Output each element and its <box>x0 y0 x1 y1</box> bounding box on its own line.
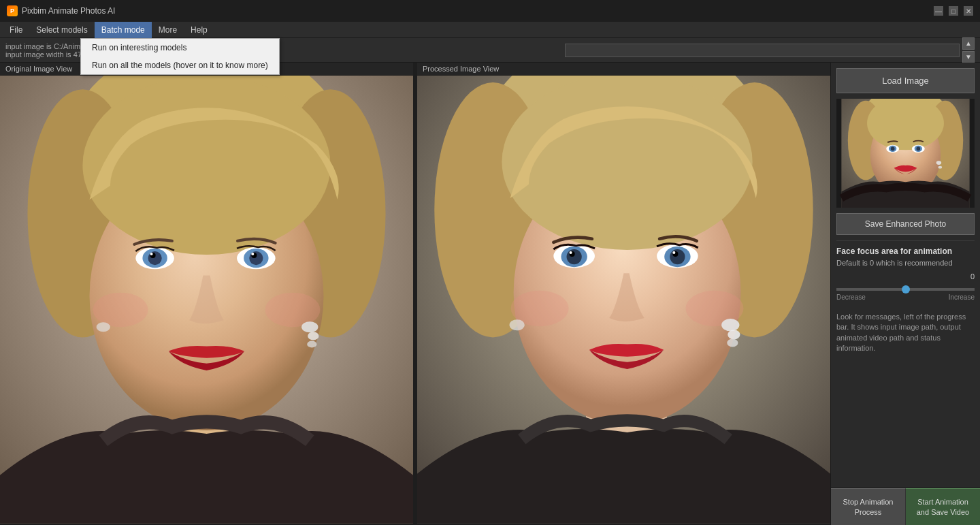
menu-item-help[interactable]: Help <box>184 22 214 38</box>
svg-point-11 <box>150 253 153 255</box>
scroll-down-button[interactable]: ▼ <box>962 51 975 63</box>
slider-labels: Decrease Increase <box>836 293 975 301</box>
svg-point-34 <box>570 251 572 254</box>
svg-point-60 <box>938 166 943 169</box>
start-btn-line2: and Save Video <box>917 508 969 516</box>
svg-point-9 <box>148 251 162 265</box>
title-bar-controls: — □ ✕ <box>934 6 973 16</box>
info-message: Look for messages, left of the progress … <box>836 312 975 482</box>
svg-point-42 <box>721 319 739 331</box>
title-bar-left: P Pixbim Animate Photos AI <box>7 5 115 16</box>
menu-item-batch-mode[interactable]: Batch mode <box>95 22 152 38</box>
start-btn-line1: Start Animation <box>917 498 968 506</box>
minimize-button[interactable]: — <box>934 6 943 16</box>
slider-value: 0 <box>836 272 975 281</box>
stop-btn-line1: Stop Animation <box>843 498 894 506</box>
processed-panel-header: Processed Image View <box>417 63 830 76</box>
load-image-button[interactable]: Load Image <box>836 68 975 93</box>
face-focus-slider[interactable] <box>836 288 975 291</box>
svg-point-43 <box>728 330 740 339</box>
face-focus-section: Face focus area for animation Default is… <box>836 240 975 306</box>
menu-item-select-models[interactable]: Select models <box>29 22 94 38</box>
svg-point-45 <box>510 319 525 330</box>
original-image-panel: Original Image View <box>0 63 417 525</box>
svg-point-20 <box>308 332 318 340</box>
close-button[interactable]: ✕ <box>964 6 973 16</box>
original-image-container <box>0 76 413 524</box>
processed-portrait-svg <box>417 76 830 524</box>
main-content: Original Image View <box>0 63 980 525</box>
start-animation-button[interactable]: Start Animation and Save Video <box>906 488 980 525</box>
svg-point-44 <box>727 338 738 347</box>
stop-btn-line2: Process <box>855 508 882 516</box>
svg-point-16 <box>251 253 254 255</box>
progress-bar <box>565 44 960 57</box>
svg-point-21 <box>307 340 316 347</box>
svg-point-29 <box>502 76 752 250</box>
bottom-buttons: Stop Animation Process Start Animation a… <box>831 488 980 525</box>
right-panel: Load Image <box>830 63 980 525</box>
svg-point-19 <box>301 321 318 332</box>
face-focus-description: Default is 0 which is recommended <box>836 259 975 267</box>
svg-point-39 <box>672 251 675 254</box>
slider-min-label: Decrease <box>836 293 866 301</box>
svg-point-22 <box>97 322 110 332</box>
slider-max-label: Increase <box>949 293 975 301</box>
svg-point-59 <box>936 161 942 165</box>
svg-point-55 <box>891 147 895 151</box>
save-enhanced-button[interactable]: Save Enhanced Photo <box>836 213 975 235</box>
panels-row: Original Image View <box>0 63 830 525</box>
svg-point-37 <box>670 249 685 264</box>
processed-image-panel: Processed Image View <box>417 63 830 525</box>
menu-item-more[interactable]: More <box>152 22 184 38</box>
svg-point-58 <box>917 147 921 151</box>
svg-point-17 <box>93 293 148 328</box>
progress-area: ▲ ▼ <box>565 37 975 63</box>
svg-point-14 <box>249 251 263 265</box>
batch-mode-dropdown: Run on interesting models Run on all the… <box>80 38 280 75</box>
dropdown-item-run-all[interactable]: Run on all the models (hover on it to kn… <box>81 57 279 74</box>
svg-point-32 <box>567 249 582 264</box>
image-panels: Original Image View <box>0 63 830 525</box>
thumbnail-portrait-svg <box>836 99 975 208</box>
face-focus-title: Face focus area for animation <box>836 246 975 256</box>
svg-point-6 <box>82 76 330 255</box>
app-title: Pixbim Animate Photos AI <box>22 6 115 16</box>
app-icon: P <box>7 5 18 16</box>
stop-animation-button[interactable]: Stop Animation Process <box>831 488 906 525</box>
thumbnail-container <box>836 99 975 208</box>
dropdown-item-run-interesting[interactable]: Run on interesting models <box>81 39 279 57</box>
processed-image-container <box>417 76 830 524</box>
menu-item-file[interactable]: File <box>3 22 29 38</box>
maximize-button[interactable]: □ <box>949 6 958 16</box>
scroll-up-button[interactable]: ▲ <box>962 37 975 50</box>
menu-bar: File Select models Batch mode More Help <box>0 22 980 38</box>
original-portrait-svg <box>0 76 413 524</box>
title-bar: P Pixbim Animate Photos AI — □ ✕ <box>0 0 980 22</box>
